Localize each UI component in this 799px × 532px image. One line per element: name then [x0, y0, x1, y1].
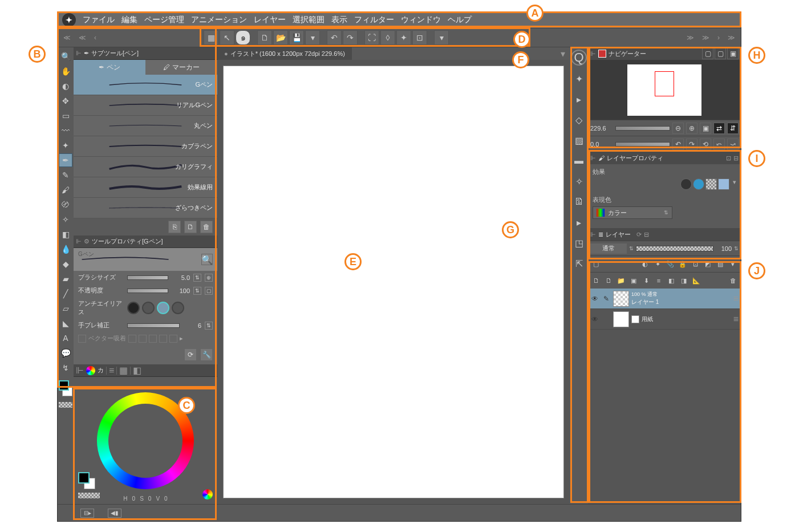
main-color-swatch[interactable] — [59, 380, 69, 391]
pin-icon[interactable]: ⊩ — [590, 231, 596, 238]
aa-strong[interactable] — [172, 302, 184, 314]
subtool-calligraphy[interactable]: カリグラフィ — [74, 157, 217, 177]
tab-icon[interactable]: ⟳ — [636, 231, 642, 238]
fit-screen-icon[interactable]: ▣ — [700, 123, 711, 134]
menu-animation[interactable]: アニメーション — [191, 15, 247, 25]
figure-tool-icon[interactable]: ╱ — [59, 287, 72, 300]
chevron-right-icon[interactable]: ≫ — [699, 34, 713, 42]
color-swatches[interactable] — [59, 380, 72, 400]
snap-opt[interactable] — [128, 335, 136, 343]
airbrush-tool-icon[interactable]: 〄 — [59, 198, 72, 212]
stepper-icon[interactable]: ⇅ — [193, 274, 201, 282]
chevron-right-icon[interactable]: ≫ — [683, 34, 697, 42]
grid-icon[interactable]: ▦ — [204, 30, 218, 45]
expand-icon[interactable]: ▸ — [180, 335, 183, 342]
chevron-right-icon[interactable]: ≫ — [724, 34, 739, 42]
wrench-icon[interactable]: 🔧 — [200, 348, 213, 361]
layer-row[interactable]: 👁 用紙 ≡ — [588, 309, 741, 330]
link-icon[interactable]: ▢ — [205, 287, 213, 295]
copy-subtool-icon[interactable]: ⎘ — [168, 221, 181, 233]
zoom-in-icon[interactable]: ⊕ — [686, 123, 697, 134]
menu-view[interactable]: 表示 — [331, 15, 347, 25]
checkbox[interactable]: ▢ — [590, 258, 602, 270]
stepper-icon[interactable]: ⇅ — [629, 246, 634, 251]
subtool-round-pen[interactable]: 丸ペン — [74, 116, 217, 136]
angle-slider[interactable] — [615, 142, 670, 147]
new-frame-folder-icon[interactable]: ▣ — [628, 275, 639, 286]
subtool-rough-pen[interactable]: ざらつきペン — [74, 198, 217, 218]
menu-help[interactable]: ヘルプ — [448, 15, 472, 25]
transfer-down-icon[interactable]: ⬇ — [640, 275, 652, 286]
nav-tab-icon[interactable]: ▣ — [727, 48, 739, 59]
layer-row[interactable]: 👁 ✎ 100 % 通常 レイヤー 1 ≡ — [588, 289, 741, 309]
material-balloon-icon[interactable]: ✧ — [571, 174, 586, 189]
menu-icon[interactable]: ≡ — [733, 294, 739, 304]
rotate-cw-icon[interactable]: ↷ — [686, 139, 697, 150]
aa-weak[interactable] — [142, 302, 155, 314]
canvas[interactable] — [223, 66, 564, 498]
correct-tool-icon[interactable]: ↯ — [59, 361, 72, 375]
chevron-left-icon[interactable]: ‹ — [91, 34, 100, 42]
pin-icon[interactable]: ⊩ — [76, 50, 82, 57]
swirl-icon[interactable]: ๑ — [236, 30, 250, 45]
gear-icon[interactable]: ⚙ — [84, 238, 90, 245]
stabilize-slider[interactable] — [127, 323, 180, 328]
clip-mask-icon[interactable]: ◐ — [639, 258, 651, 270]
color-slider-tab-icon[interactable]: ≡ — [109, 366, 114, 376]
move-tool-icon[interactable]: ✥ — [59, 94, 72, 108]
cursor-icon[interactable]: ↖ — [220, 30, 234, 45]
aa-none[interactable] — [127, 302, 140, 314]
color-intermediate-tab-icon[interactable]: ◧ — [133, 365, 141, 376]
sv-box[interactable] — [120, 415, 171, 466]
menu-icon[interactable]: ≡ — [733, 314, 739, 324]
edit-target-icon[interactable]: ✎ — [602, 295, 611, 303]
merge-down-icon[interactable]: ≡ — [653, 275, 664, 286]
trash-icon[interactable]: 🗑 — [727, 275, 739, 286]
stepper-icon[interactable]: ⇅ — [734, 246, 739, 251]
menu-window[interactable]: ウィンドウ — [401, 15, 441, 25]
new-subtool-icon[interactable]: 🗋 — [184, 221, 197, 233]
material-pattern-icon[interactable]: ▨ — [571, 133, 586, 148]
text-tool-icon[interactable]: A — [59, 331, 72, 345]
chevron-right-icon[interactable]: › — [714, 34, 723, 42]
save-icon[interactable]: 💾 — [289, 30, 304, 45]
flip-v-icon[interactable]: ⇵ — [727, 123, 739, 134]
ruler-show-icon[interactable]: ▨ — [715, 258, 726, 270]
nav-tab-icon[interactable]: ▢ — [715, 48, 726, 59]
color-set-tab-icon[interactable]: ▦ — [119, 365, 128, 376]
transform-icon[interactable]: ⊡ — [412, 30, 427, 45]
pin-icon[interactable]: ⊩ — [590, 50, 596, 58]
chevron-down-icon[interactable]: ▾ — [556, 48, 570, 59]
rotate-reset-icon[interactable]: ⟲ — [700, 139, 711, 150]
stepper-icon[interactable]: ⇅ — [193, 287, 201, 295]
pin-icon[interactable]: ⊩ — [590, 155, 596, 162]
magnify-icon[interactable]: 🔍 — [201, 254, 213, 265]
material-frame-icon[interactable]: ▬ — [571, 153, 586, 168]
reference-icon[interactable]: ✦ — [652, 258, 663, 270]
menu-select[interactable]: 選択範囲 — [293, 15, 325, 25]
zoom-tool-icon[interactable]: 🔍 — [59, 50, 72, 63]
trash-icon[interactable]: 🗑 — [200, 221, 213, 233]
open-folder-icon[interactable]: 📂 — [273, 30, 288, 45]
pin-icon[interactable]: ⊩ — [76, 238, 82, 245]
aa-medium[interactable] — [157, 302, 169, 314]
ruler-icon[interactable]: 📐 — [691, 275, 702, 286]
hand-tool-icon[interactable]: ✋ — [59, 64, 72, 78]
gradient-tool-icon[interactable]: ▰ — [59, 272, 72, 286]
chevron-down-icon[interactable]: ▾ — [434, 30, 449, 45]
quick-access-icon[interactable]: Q — [571, 50, 587, 66]
brush-size-slider[interactable] — [127, 275, 168, 280]
subtool-real-g-pen[interactable]: リアルGペン — [74, 95, 217, 116]
opacity-slider[interactable] — [127, 289, 168, 293]
select-all-icon[interactable]: ⛶ — [364, 30, 379, 45]
checkbox[interactable] — [78, 335, 86, 343]
brush-tool-icon[interactable]: 🖌 — [59, 183, 72, 197]
blend-mode-select[interactable]: 通常 — [590, 243, 627, 254]
rotate-ccw-icon[interactable]: ↶ — [672, 139, 684, 150]
lock-trans-icon[interactable]: ⊡ — [690, 258, 701, 270]
reset-icon[interactable]: ⟳ — [184, 348, 197, 361]
fill-tool-icon[interactable]: ◆ — [59, 257, 72, 271]
stepper-icon[interactable]: ⇅ — [205, 322, 213, 330]
transparent-swatch[interactable] — [78, 493, 100, 498]
visibility-icon[interactable]: 👁 — [590, 315, 599, 323]
